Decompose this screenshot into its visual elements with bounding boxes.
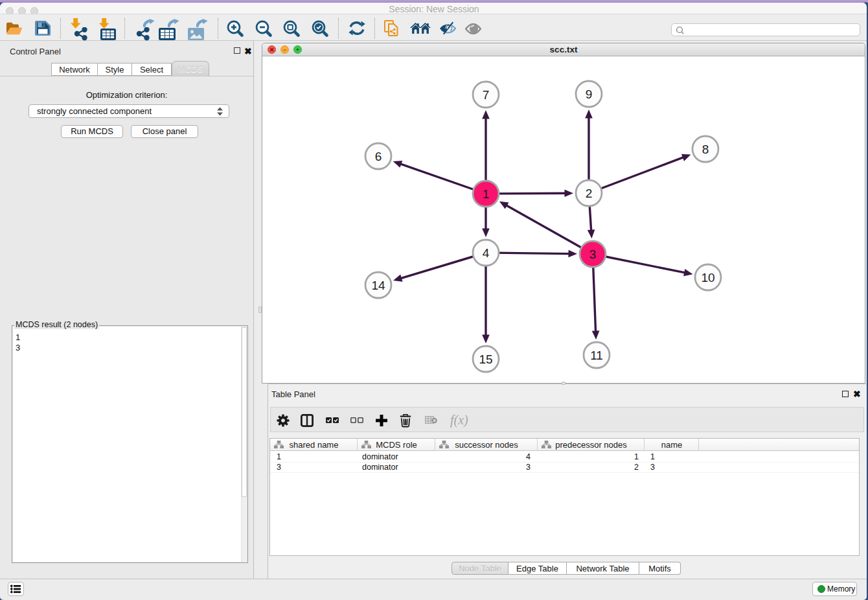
svg-text:1: 1 <box>483 187 490 201</box>
svg-text:9: 9 <box>586 87 593 101</box>
svg-text:2: 2 <box>586 187 593 200</box>
svg-text:15: 15 <box>479 352 492 366</box>
svg-text:11: 11 <box>590 349 603 362</box>
svg-text:3: 3 <box>589 248 597 261</box>
svg-text:10: 10 <box>701 271 714 284</box>
svg-text:7: 7 <box>483 88 490 102</box>
svg-text:14: 14 <box>371 279 385 292</box>
svg-text:8: 8 <box>702 143 709 156</box>
svg-text:4: 4 <box>483 246 490 260</box>
svg-text:6: 6 <box>375 150 382 163</box>
